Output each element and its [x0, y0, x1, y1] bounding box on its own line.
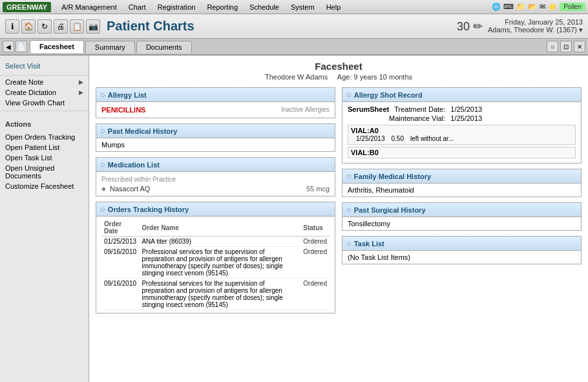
- inactive-allergies-label: Inactive Allergies: [281, 105, 330, 113]
- sidebar-open-patient-list[interactable]: Open Patient List: [0, 142, 89, 153]
- facesheet-title: Facesheet: [96, 61, 582, 72]
- tab-summary[interactable]: Summary: [85, 41, 135, 53]
- tab-nav-back[interactable]: ◀: [3, 41, 14, 52]
- order-date-3: 09/16/2010: [101, 279, 139, 310]
- icon-folder2: 📂: [528, 3, 537, 11]
- vial-a0-date: 1/25/2013: [356, 135, 385, 142]
- pollen-badge: Pollen: [560, 3, 585, 11]
- main-columns: ○ Allergy List Inactive Allergies PENICI…: [96, 87, 582, 319]
- tab-facesheet[interactable]: Facesheet: [30, 40, 84, 53]
- refresh-icon[interactable]: ↻: [37, 19, 52, 34]
- tab-ctrl-size[interactable]: ⊡: [560, 41, 572, 52]
- past-medical-bullet: ○: [100, 126, 105, 136]
- orders-tracking-content: Order Date Order Name Status 01/25/2013 …: [96, 217, 335, 313]
- medication-list-content: Prescribed within Practice ◆ Nasacort AQ…: [96, 172, 335, 196]
- family-medical-section: ○ Family Medical History Arthritis, Rheu…: [342, 169, 582, 197]
- sidebar-create-dictation[interactable]: Create Dictation ▶: [0, 87, 89, 98]
- orders-tracking-header: ○ Orders Tracking History: [96, 202, 335, 217]
- vial-a0-amount: 0.50: [392, 135, 404, 142]
- tab-ctrl-close[interactable]: ✕: [574, 41, 585, 52]
- orders-tracking-title: Orders Tracking History: [108, 206, 189, 213]
- medication-list-section: ○ Medication List Prescribed within Prac…: [96, 157, 335, 196]
- order-name-2: Professional services for the supervisio…: [139, 247, 300, 279]
- allergy-list-bullet: ○: [100, 90, 105, 100]
- table-row: 09/16/2010 Professional services for the…: [101, 279, 330, 310]
- past-medical-header: ○ Past Medical History: [96, 124, 335, 138]
- content-area: Facesheet Theodore W Adams Age: 9 years …: [89, 56, 588, 382]
- current-date: Friday, January 25, 2013: [488, 18, 583, 26]
- vial-a0: VIAL:A0 1/25/2013 0.50 left without ar..…: [348, 125, 576, 145]
- menu-help[interactable]: Help: [321, 2, 346, 12]
- maintenance-label: Maintenance Vial:: [389, 114, 445, 122]
- tab-ctrl-circle[interactable]: ○: [547, 41, 558, 52]
- menu-schedule[interactable]: Schedule: [244, 2, 284, 12]
- sidebar-open-orders[interactable]: Open Orders Tracking: [0, 132, 89, 142]
- past-surgical-header: ○ Past Surgical History: [342, 203, 581, 217]
- past-surgical-bullet: ○: [346, 205, 352, 215]
- main-area: Select Visit Create Note ▶ Create Dictat…: [0, 56, 588, 382]
- treatment-date-label: Treatment Date:: [394, 105, 445, 113]
- sidebar-open-task-list[interactable]: Open Task List: [0, 153, 89, 163]
- titlebar: ℹ 🏠 ↻ 🖨 📋 📷 Patient Charts 30 ✏ Friday, …: [0, 14, 588, 39]
- tab-nav-doc[interactable]: 📄: [16, 41, 27, 52]
- tabbar: ◀ 📄 Facesheet Summary Documents ○ ⊡ ✕: [0, 39, 588, 56]
- menu-ar[interactable]: A/R Management: [56, 2, 122, 12]
- facesheet-patient-info: Theodore W Adams Age: 9 years 10 months: [96, 73, 582, 81]
- vial-a0-note: left without ar...: [410, 135, 454, 142]
- menubar: GREENWAY A/R Management Chart Registrati…: [0, 0, 588, 14]
- past-surgical-content: Tonsillectomy: [342, 217, 581, 230]
- orders-bullet: ○: [100, 204, 105, 214]
- tab-icons: ◀ 📄: [3, 41, 27, 52]
- camera-icon[interactable]: 📷: [86, 19, 100, 34]
- allergy-list-header: ○ Allergy List: [96, 88, 335, 102]
- task-list-bullet: ○: [346, 239, 352, 248]
- medication-bullet: ○: [100, 160, 105, 169]
- col-order-name: Order Name: [139, 219, 300, 237]
- order-date-1: 01/25/2013: [101, 237, 139, 247]
- orders-tracking-section: ○ Orders Tracking History Order Date Ord…: [96, 202, 335, 313]
- tab-documents[interactable]: Documents: [136, 41, 192, 53]
- menu-reporting[interactable]: Reporting: [202, 2, 243, 12]
- medication-list-header: ○ Medication List: [96, 158, 335, 172]
- table-row: 01/25/2013 ANA titer (86039) Ordered: [101, 237, 330, 247]
- treatment-date-value: 1/25/2013: [450, 105, 482, 113]
- sidebar-create-note[interactable]: Create Note ▶: [0, 77, 89, 87]
- family-medical-header: ○ Family Medical History: [342, 169, 581, 184]
- vial-a0-row: 1/25/2013 0.50 left without ar...: [351, 134, 572, 143]
- prescribed-label: Prescribed within Practice: [101, 175, 330, 184]
- icon-star: ⭐: [548, 3, 557, 11]
- task-list-content: (No Task List Items): [342, 251, 581, 264]
- family-medical-item: Arthritis, Rheumatoid: [348, 186, 576, 194]
- task-list-section: ○ Task List (No Task List Items): [342, 236, 582, 264]
- sidebar-customize-facesheet[interactable]: Customize Facesheet: [0, 181, 89, 191]
- family-medical-bullet: ○: [346, 171, 352, 181]
- menu-system[interactable]: System: [286, 2, 320, 12]
- menubar-right: 🌐 ⌨ 📁 📂 ✉ ⭐ Pollen: [492, 3, 585, 11]
- med-dose: 55 mcg: [306, 185, 330, 193]
- allergy-list-title: Allergy List: [108, 91, 147, 99]
- order-date-2: 09/16/2010: [101, 247, 139, 279]
- allergy-shot-title: Allergy Shot Record: [354, 91, 423, 99]
- sidebar-view-growth-chart[interactable]: View Growth Chart: [0, 98, 89, 108]
- info-icon[interactable]: ℹ: [5, 19, 19, 34]
- allergy-shot-header: ○ Allergy Shot Record: [342, 88, 581, 102]
- left-column: ○ Allergy List Inactive Allergies PENICI…: [96, 87, 335, 319]
- past-surgical-item: Tonsillectomy: [348, 220, 576, 228]
- patient-header-info: Adams, Theodore W. (1367) ▾: [488, 26, 583, 34]
- sidebar-open-unsigned[interactable]: Open Unsigned Documents: [0, 163, 89, 181]
- order-name-1: ANA titer (86039): [139, 237, 300, 247]
- select-visit-link[interactable]: Select Visit: [5, 61, 83, 71]
- medication-list-title: Medication List: [108, 161, 160, 169]
- home-icon[interactable]: 🏠: [21, 19, 36, 34]
- medication-item: ◆ Nasacort AQ 55 mcg: [101, 184, 330, 193]
- icon-globe: 🌐: [492, 3, 501, 11]
- right-column: ○ Allergy Shot Record SerumSheet Treatme…: [342, 87, 582, 319]
- copy-icon[interactable]: 📋: [70, 19, 84, 34]
- menu-registration[interactable]: Registration: [152, 2, 201, 12]
- table-row: 09/16/2010 Professional services for the…: [101, 247, 330, 279]
- allergy-list-content: Inactive Allergies PENICILLINS: [96, 102, 335, 118]
- past-medical-item: Mumps: [101, 141, 330, 149]
- print-icon[interactable]: 🖨: [54, 19, 68, 34]
- menu-chart[interactable]: Chart: [123, 2, 151, 12]
- orders-table: Order Date Order Name Status 01/25/2013 …: [101, 219, 330, 310]
